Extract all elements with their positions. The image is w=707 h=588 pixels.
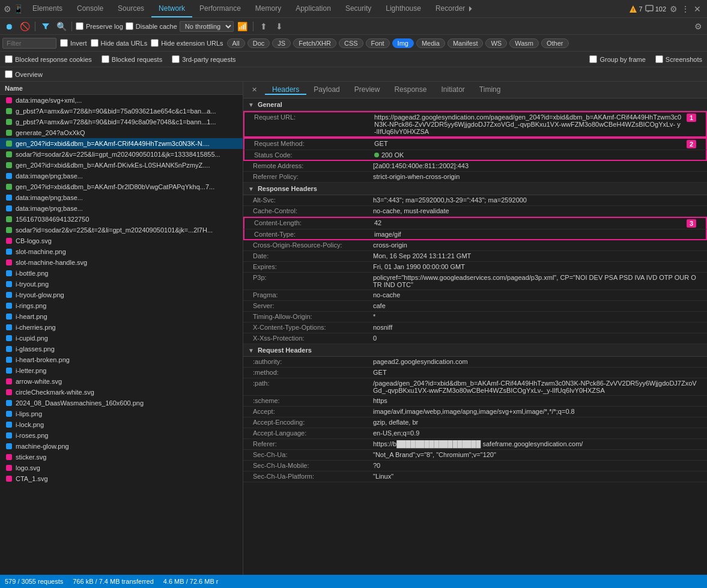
pill-img[interactable]: Img <box>392 38 414 48</box>
file-list[interactable]: data:image/svg+xml,...g_pbst?A=amx&w=728… <box>0 95 243 575</box>
file-item[interactable]: data:image/png;base... <box>0 203 243 214</box>
file-item[interactable]: i-bottle.png <box>0 268 243 279</box>
hide-data-urls-label[interactable]: Hide data URLs <box>91 39 148 47</box>
search-btn[interactable]: 🔍 <box>55 20 68 33</box>
throttle-select[interactable]: No throttling <box>180 21 234 32</box>
file-item[interactable]: i-tryout-glow.png <box>0 289 243 300</box>
file-item[interactable]: 15616703846941322750 <box>0 214 243 225</box>
file-item[interactable]: generate_204?aOxXkQ <box>0 127 243 138</box>
disable-cache-checkbox[interactable] <box>126 22 133 30</box>
file-item[interactable]: gen_204?id=xbid&dbm_b=AKAmf-CRif4A49HhTz… <box>0 138 243 149</box>
tab-recorder-⏵[interactable]: Recorder ⏵ <box>428 0 482 17</box>
tab-network[interactable]: Network <box>151 0 192 17</box>
file-item[interactable]: data:image/png;base... <box>0 171 243 181</box>
record-btn[interactable]: ⏺ <box>2 20 16 33</box>
overview-label[interactable]: Overview <box>5 70 43 78</box>
file-item[interactable]: g_pbst?A=amx&w=728&h=90&bid=7449c8a09e70… <box>0 117 243 127</box>
pill-js[interactable]: JS <box>272 38 291 48</box>
file-item[interactable]: CB-logo.svg <box>0 235 243 246</box>
tab-application[interactable]: Application <box>288 0 338 17</box>
clear-btn[interactable]: 🚫 <box>18 20 31 33</box>
file-item[interactable]: data:image/svg+xml,... <box>0 95 243 106</box>
file-item[interactable]: i-cupid.png <box>0 333 243 344</box>
tab-sources[interactable]: Sources <box>111 0 151 17</box>
file-item[interactable]: gen_204?id=xbid&dbm_b=AKAmf-DKivkEs-L0SH… <box>0 160 243 171</box>
file-item[interactable]: i-cherries.png <box>0 322 243 333</box>
panel-tab-preview[interactable]: Preview <box>347 85 387 95</box>
file-item[interactable]: sodar?id=sodar2&v=225&li=gpt_m2024090501… <box>0 149 243 160</box>
file-item[interactable]: i-roses.png <box>0 430 243 441</box>
file-item[interactable]: sticker.svg <box>0 452 243 462</box>
upload-icon[interactable]: ⬆ <box>257 20 270 33</box>
pill-other[interactable]: Other <box>541 38 569 48</box>
panel-close-btn[interactable]: ✕ <box>248 84 260 96</box>
blocked-requests-label[interactable]: Blocked requests <box>102 55 162 63</box>
file-item[interactable]: slot-machine.png <box>0 246 243 257</box>
file-item[interactable]: i-lock.png <box>0 419 243 430</box>
file-item[interactable]: i-letter.png <box>0 365 243 376</box>
file-item[interactable]: i-heart.png <box>0 311 243 322</box>
file-item[interactable]: sodar?id=sodar2&v=225&t=2&li=gpt_m202409… <box>0 225 243 235</box>
pill-all[interactable]: All <box>227 38 245 48</box>
file-item[interactable]: CTA_1.svg <box>0 473 243 484</box>
invert-label[interactable]: Invert <box>60 39 87 47</box>
devtools-icon[interactable]: ⚙ <box>2 4 12 14</box>
tab-console[interactable]: Console <box>70 0 111 17</box>
messages-badge[interactable]: 102 <box>645 5 666 13</box>
preserve-log-label[interactable]: Preserve log <box>76 22 123 30</box>
blocked-cookies-checkbox[interactable] <box>5 55 13 63</box>
third-party-checkbox[interactable] <box>172 55 180 63</box>
file-item[interactable]: logo.svg <box>0 462 243 473</box>
preserve-log-checkbox[interactable] <box>76 22 83 30</box>
hide-ext-urls-checkbox[interactable] <box>151 39 159 47</box>
file-item[interactable]: g_pbst?A=amx&w=728&h=90&bid=75a093621ae6… <box>0 106 243 117</box>
screenshots-label[interactable]: Screenshots <box>655 55 702 63</box>
file-item[interactable]: 2024_08_DaasWasmachines_160x600.png <box>0 398 243 408</box>
pill-doc[interactable]: Doc <box>247 38 270 48</box>
disable-cache-label[interactable]: Disable cache <box>126 22 177 30</box>
invert-checkbox[interactable] <box>60 39 68 47</box>
file-item[interactable]: circleCheckmark-white.svg <box>0 387 243 398</box>
file-item[interactable]: gen_204?id=xbid&dbm_b=AKAmf-Dr2lD80bVwgC… <box>0 181 243 192</box>
close-icon[interactable]: ✕ <box>693 4 702 14</box>
hide-data-urls-checkbox[interactable] <box>91 39 99 47</box>
pill-css[interactable]: CSS <box>339 38 363 48</box>
panel-tab-payload[interactable]: Payload <box>306 85 347 95</box>
pill-media[interactable]: Media <box>416 38 445 48</box>
blocked-cookies-label[interactable]: Blocked response cookies <box>5 55 92 63</box>
blocked-requests-checkbox[interactable] <box>102 55 109 63</box>
group-by-frame-checkbox[interactable] <box>589 55 597 63</box>
pill-ws[interactable]: WS <box>485 38 507 48</box>
overview-checkbox[interactable] <box>5 70 13 78</box>
group-by-frame-label[interactable]: Group by frame <box>589 55 645 63</box>
tab-memory[interactable]: Memory <box>248 0 288 17</box>
tab-lighthouse[interactable]: Lighthouse <box>378 0 428 17</box>
filter-input[interactable] <box>2 38 56 49</box>
hide-ext-urls-label[interactable]: Hide extension URLs <box>151 39 223 47</box>
tab-performance[interactable]: Performance <box>192 0 248 17</box>
pill-fetch/xhr[interactable]: Fetch/XHR <box>293 38 336 48</box>
file-item[interactable]: i-rings.png <box>0 300 243 311</box>
file-item[interactable]: data:image/png;base... <box>0 192 243 203</box>
file-item[interactable]: i-heart-broken.png <box>0 354 243 365</box>
tab-elements[interactable]: Elements <box>25 0 70 17</box>
panel-tab-response[interactable]: Response <box>387 85 434 95</box>
pill-wasm[interactable]: Wasm <box>509 38 539 48</box>
warnings-badge[interactable]: ! 7 <box>629 5 643 13</box>
pill-manifest[interactable]: Manifest <box>448 38 484 48</box>
section-header[interactable]: ▼Response Headers <box>243 183 707 195</box>
file-item[interactable]: arrow-white.svg <box>0 376 243 387</box>
panel-tab-initiator[interactable]: Initiator <box>434 85 472 95</box>
file-item[interactable]: i-tryout.png <box>0 279 243 289</box>
toolbar-settings[interactable]: ⚙ <box>691 20 705 33</box>
device-icon[interactable]: 📱 <box>13 4 23 14</box>
file-item[interactable]: slot-machine-handle.svg <box>0 257 243 268</box>
third-party-label[interactable]: 3rd-party requests <box>172 55 235 63</box>
section-header[interactable]: ▼Request Headers <box>243 344 707 357</box>
wifi-icon[interactable]: 📶 <box>236 20 249 33</box>
tab-security[interactable]: Security <box>338 0 378 17</box>
download-icon[interactable]: ⬇ <box>273 20 286 33</box>
panel-tab-timing[interactable]: Timing <box>472 85 508 95</box>
file-item[interactable]: i-glasses.png <box>0 344 243 354</box>
file-item[interactable]: i-lips.png <box>0 408 243 419</box>
